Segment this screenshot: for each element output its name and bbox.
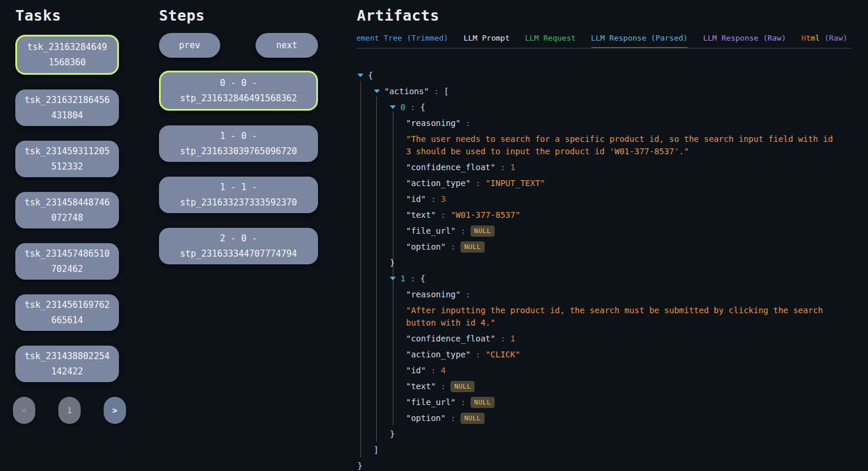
task-item[interactable]: tsk_231457486510702462 [15,243,119,280]
json-brace: } [390,258,395,267]
step-item[interactable]: 1 - 0 - stp_231633039765096720 [159,125,318,162]
json-brace: [ [444,87,449,96]
collapse-arrow-icon[interactable] [390,277,396,280]
json-tree-row: "actions" : [ [357,85,851,98]
json-key: "id" [406,366,426,375]
json-tree-row: "action_type" : "INPUT_TEXT" [357,177,851,190]
json-key: "option" [406,413,446,423]
task-item[interactable]: tsk_231438802254142422 [15,346,119,382]
json-num: 1 [511,162,515,172]
json-punct: : [446,242,460,251]
tab-label-segment: l [815,34,820,42]
tasks-pagination: < 1 > [13,397,126,424]
tab-label-segment: (Raw) [820,34,847,42]
json-tree-row: "option" : NULL [357,241,851,253]
json-tree-row: "option" : NULL [357,412,851,424]
collapse-arrow-icon[interactable] [374,89,380,93]
json-null-badge: NULL [471,225,495,237]
json-punct: : [436,382,450,391]
json-brace: { [420,274,425,283]
json-punct: : [471,178,485,188]
pagination-prev-button[interactable]: < [13,397,35,424]
artifacts-title: Artifacts [357,7,851,24]
json-tree-row: "After inputting the product id, the sea… [357,304,840,329]
json-key: "reasoning" [406,118,461,128]
json-tree-row: "action_type" : "CLICK" [357,349,851,361]
json-punct: : [446,413,460,423]
json-tree-row: } [357,460,851,471]
json-num: 1 [511,334,515,343]
json-punct: : [426,194,440,204]
steps-nav: prev next [159,33,318,58]
json-num: 3 [441,194,446,204]
task-item[interactable]: tsk_231459311205512332 [15,141,119,177]
tasks-panel: Tasks tsk_231632846491568360tsk_23163218… [15,7,119,424]
tab-llm-prompt[interactable]: LLM Prompt [463,34,509,42]
json-tree-row: { [357,69,851,82]
json-key: "text" [406,210,436,220]
json-tree-lines: {"actions" : [0 : {"reasoning" :"The use… [357,69,851,471]
artifacts-panel: Artifacts Element Tree (Trimmed)LLM Prom… [357,7,851,49]
step-item[interactable]: 0 - 0 - stp_231632846491568362 [159,71,318,111]
json-punct: : [495,162,510,172]
tab-llm-request[interactable]: LLM Request [525,34,575,42]
json-brace: { [368,71,373,80]
json-str: "The user needs to search for a specific… [406,134,833,156]
tasks-title: Tasks [15,7,119,24]
json-punct: : [405,102,420,112]
json-str: "INPUT_TEXT" [485,178,545,188]
pagination-page-button[interactable]: 1 [58,397,81,424]
task-item[interactable]: tsk_231632846491568360 [15,35,119,75]
json-tree-row: } [357,428,851,440]
json-brace: } [357,461,362,470]
json-tree-row: "file_url" : NULL [357,225,851,237]
json-tree-row: } [357,257,851,269]
json-num: 4 [441,366,446,375]
json-key: "file_url" [406,397,456,407]
json-key: "action_type" [406,350,471,359]
task-item[interactable]: tsk_231632186456431804 [15,89,119,126]
tab-llm-response-raw[interactable]: LLM Response (Raw) [703,34,786,42]
tab-html-raw[interactable]: Html (Raw) [801,34,847,42]
collapse-arrow-icon[interactable] [390,105,396,109]
json-key: "action_type" [406,178,471,188]
json-punct: : [405,274,420,283]
json-punct: : [495,334,510,343]
json-brace: ] [374,445,379,455]
steps-title: Steps [159,7,318,24]
json-null-badge: NULL [471,397,495,408]
steps-prev-button[interactable]: prev [159,33,220,58]
tab-element-tree-trimmed[interactable]: Element Tree (Trimmed) [357,34,448,42]
collapse-arrow-icon[interactable] [357,74,363,77]
json-tree-row: "id" : 4 [357,364,851,377]
json-punct: : [436,210,450,220]
json-tree-row: "text" : NULL [357,380,851,393]
json-null-badge: NULL [460,241,485,253]
tab-llm-response-parsed[interactable]: LLM Response (Parsed) [591,34,688,42]
json-tree-row: "id" : 3 [357,193,851,205]
app-root: Tasks tsk_231632846491568360tsk_23163218… [0,0,868,471]
json-key: "confidence_float" [406,162,496,172]
step-item[interactable]: 1 - 1 - stp_231633237333592370 [159,177,318,213]
artifacts-tabbar: Element Tree (Trimmed)LLM PromptLLM Requ… [357,34,851,49]
task-item[interactable]: tsk_231458448746072748 [15,192,119,228]
json-tree-row: "text" : "W01-377-8537" [357,209,851,221]
json-str: "After inputting the product id, the sea… [406,306,823,327]
json-tree-row: 0 : { [357,101,851,114]
task-item[interactable]: tsk_231456169762665614 [15,294,119,331]
pagination-next-button[interactable]: > [104,397,126,424]
steps-next-button[interactable]: next [256,33,318,58]
json-punct: : [456,397,471,407]
json-key: "id" [406,194,426,204]
json-key: "text" [406,382,436,391]
json-tree: {"actions" : [0 : {"reasoning" :"The use… [357,69,851,471]
json-null-badge: NULL [450,381,475,392]
step-item[interactable]: 2 - 0 - stp_231633344707774794 [159,228,318,264]
json-tree-row: "reasoning" : [357,288,851,301]
json-brace: } [390,429,395,439]
json-key: "option" [406,242,446,251]
json-tree-row: "file_url" : NULL [357,396,851,409]
json-punct: : [471,350,485,359]
json-punct: : [429,87,443,96]
json-str: "W01-377-8537" [450,210,520,220]
